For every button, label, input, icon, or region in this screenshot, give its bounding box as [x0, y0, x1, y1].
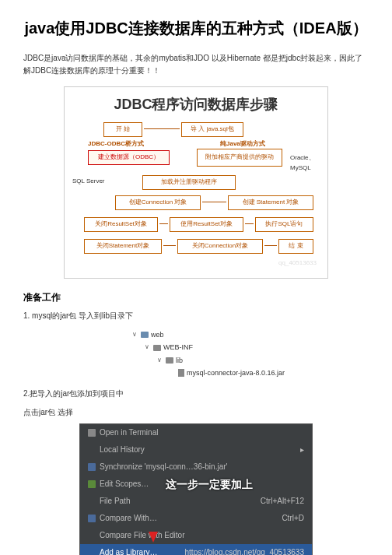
folder-icon: [153, 345, 161, 351]
folder-icon: [166, 357, 173, 364]
box-close-rs: 关闭ResultSet对象: [84, 217, 158, 232]
chevron-down-icon: ∨: [132, 330, 138, 340]
flowchart: 开 始 导 入 java.sql包 JDBC-ODBC桥方式 纯Java驱动方式…: [72, 122, 320, 270]
box-use-rs: 使用ResultSet对象: [170, 217, 243, 232]
box-start: 开 始: [103, 122, 142, 137]
arrow: [202, 202, 226, 202]
step-2: 2.把导入的jar包添加到项目中: [23, 388, 369, 400]
watermark: qq_40513633: [278, 258, 317, 269]
hdr-java: 纯Java驱动方式: [220, 139, 265, 149]
box-stmt: 创建 Statement 对象: [228, 195, 313, 210]
page-title: java使用JDBC连接数据库的五种方式（IDEA版）: [23, 16, 369, 40]
section-prepare: 准备工作: [23, 290, 369, 305]
tree-label: mysql-connector-java-8.0.16.jar: [187, 367, 285, 378]
ctx-label: Compare With…: [100, 512, 157, 525]
annotation-overlay: 这一步一定要加上: [166, 476, 253, 493]
terminal-icon: [88, 429, 96, 437]
shortcut: Ctrl+D: [282, 512, 304, 525]
edit-icon: [88, 480, 96, 488]
tree-label: lib: [176, 355, 183, 366]
sync-icon: [88, 463, 96, 471]
step-2-sub: 点击jar包 选择: [23, 406, 369, 419]
ctx-label: Add as Library…: [100, 546, 157, 555]
ctx-label: Compare File with Editor: [100, 529, 184, 542]
compare-icon: [88, 515, 96, 522]
jar-icon: [178, 369, 184, 377]
ctx-add-library[interactable]: Add as Library… https://blog.csdn.net/qq…: [80, 544, 312, 555]
red-arrow-icon: [149, 532, 158, 543]
ctx-open-terminal[interactable]: Open in Terminal: [80, 424, 312, 441]
file-tree: ∨web ∨WEB-INF ∨lib mysql-connector-java-…: [132, 328, 369, 380]
ctx-label: Local History: [100, 444, 145, 456]
tree-label: WEB-INF: [163, 342, 193, 353]
box-odbc-ds: 建立数据源（ODBC）: [88, 150, 170, 165]
watermark-url: https://blog.csdn.net/qq_40513633: [185, 546, 304, 555]
label-oracle: Oracle、MySQL: [290, 153, 320, 174]
tree-web: ∨web: [132, 328, 369, 341]
chevron-right-icon: ▸: [300, 444, 304, 456]
box-exec: 执行SQL语句: [255, 217, 313, 232]
ctx-label: File Path: [100, 495, 130, 508]
box-import: 导 入 java.sql包: [181, 122, 243, 137]
ctx-synchronize[interactable]: Synchronize 'mysql-conn…36-bin.jar': [80, 458, 312, 476]
tree-label: web: [151, 329, 164, 340]
intro-text: JDBC是java访问数据库的基础，其余的mybatis和JDO 以及Hiber…: [23, 52, 369, 77]
arrow: [159, 223, 168, 224]
chevron-down-icon: ∨: [157, 356, 163, 366]
box-conn: 创建Connection 对象: [115, 195, 201, 210]
arrow: [264, 245, 277, 246]
tree-jar: mysql-connector-java-8.0.16.jar: [170, 367, 369, 379]
arrow: [245, 223, 254, 224]
hdr-odbc: JDBC-ODBC桥方式: [88, 139, 144, 149]
ctx-label: Open in Terminal: [100, 427, 158, 439]
ctx-file-path[interactable]: File PathCtrl+Alt+F12: [80, 493, 312, 510]
box-close-stmt: 关闭Statement对象: [84, 239, 162, 254]
arrow: [163, 245, 176, 246]
label-sqlserver: SQL Server: [72, 177, 105, 187]
tree-webinf: ∨WEB-INF: [145, 341, 369, 353]
box-end: 结 束: [278, 239, 313, 254]
ctx-label: Synchronize 'mysql-conn…36-bin.jar': [100, 461, 227, 473]
shortcut: Ctrl+Alt+F12: [261, 495, 304, 508]
diagram-title: JDBC程序访问数据库步骤: [72, 93, 320, 116]
tree-lib: ∨lib: [157, 354, 369, 367]
box-close-conn: 关闭Connection对象: [177, 239, 263, 254]
ctx-edit-scope[interactable]: Edit Scopes… 这一步一定要加上: [80, 476, 312, 493]
box-driver-jar: 附加相应产商提供的驱动: [197, 149, 282, 167]
ctx-label: Edit Scopes…: [100, 478, 149, 490]
step-1: 1. mysql的jar包 导入到lib目录下: [23, 310, 369, 322]
jdbc-diagram: JDBC程序访问数据库步骤 开 始 导 入 java.sql包 JDBC-ODB…: [64, 86, 328, 279]
chevron-down-icon: ∨: [145, 342, 151, 353]
ctx-compare-editor[interactable]: Compare File with Editor: [80, 527, 312, 544]
context-menu-screenshot: Open in Terminal Local History▸ Synchron…: [79, 423, 313, 555]
ctx-local-history[interactable]: Local History▸: [80, 441, 312, 458]
context-menu: Open in Terminal Local History▸ Synchron…: [79, 423, 313, 555]
arrow: [144, 128, 180, 129]
folder-icon: [141, 332, 149, 338]
ctx-compare-with[interactable]: Compare With…Ctrl+D: [80, 510, 312, 527]
box-load: 加载并注册驱动程序: [142, 175, 236, 190]
